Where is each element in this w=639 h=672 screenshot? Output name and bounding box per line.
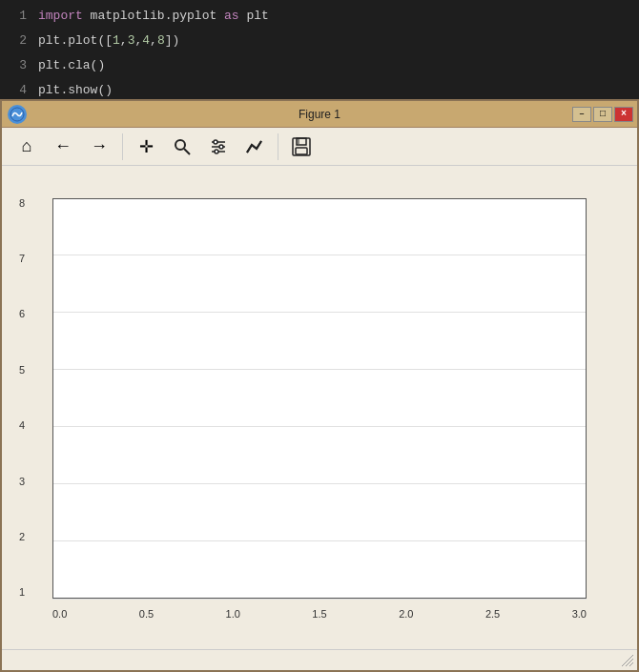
toolbar: ⌂ ← → ✛ (2, 128, 637, 166)
grid-line-5 (52, 369, 587, 370)
y-label-7: 7 (19, 254, 25, 264)
window-title: Figure 1 (299, 108, 340, 121)
pan-button[interactable]: ✛ (129, 132, 163, 162)
grid-line-3 (52, 483, 587, 484)
line-number-1: 1 (0, 4, 38, 29)
line-number-3: 3 (0, 53, 38, 78)
toolbar-separator-2 (278, 133, 278, 160)
code-content-1: import matplotlib.pyplot as plt (38, 4, 269, 29)
plot-container: 8 7 6 5 4 3 2 1 0.0 0.5 1.0 (2, 166, 637, 649)
svg-line-15 (629, 662, 633, 666)
code-content-2: plt.plot([1,3,4,8]) (38, 29, 179, 53)
y-label-5: 5 (19, 365, 25, 376)
grid-line-4 (52, 426, 587, 427)
code-line-4: 4 plt.show() (0, 78, 639, 103)
x-axis-labels: 0.0 0.5 1.0 1.5 2.0 2.5 3.0 (52, 609, 587, 620)
grid-line-8 (52, 198, 587, 199)
y-label-3: 3 (19, 477, 25, 487)
save-icon (291, 136, 312, 157)
figure-logo (8, 105, 27, 124)
home-button[interactable]: ⌂ (10, 132, 44, 162)
plot-border (52, 198, 587, 599)
code-line-2: 2 plt.plot([1,3,4,8]) (0, 29, 639, 53)
zoom-button[interactable] (165, 132, 199, 162)
status-bar (2, 649, 637, 670)
code-content-4: plt.show() (38, 78, 113, 103)
window-controls: – □ × (572, 107, 633, 122)
x-label-1.0: 1.0 (226, 609, 240, 620)
figure-window: Figure 1 – □ × ⌂ ← → ✛ (0, 99, 639, 672)
x-label-3.0: 3.0 (572, 609, 587, 620)
code-line-1: 1 import matplotlib.pyplot as plt (0, 4, 639, 29)
x-label-2.5: 2.5 (485, 609, 500, 620)
svg-line-14 (626, 659, 633, 666)
line-number-4: 4 (0, 78, 38, 103)
svg-point-8 (215, 150, 218, 153)
forward-button[interactable]: → (82, 132, 116, 162)
save-button[interactable] (284, 132, 319, 162)
x-label-0.5: 0.5 (139, 609, 154, 620)
grid-line-7 (52, 255, 587, 255)
resize-handle[interactable] (622, 655, 633, 666)
y-axis-labels: 8 7 6 5 4 3 2 1 (19, 198, 25, 599)
code-line-3: 3 plt.cla() (0, 53, 639, 78)
grid-line-2 (52, 540, 587, 541)
minimize-button[interactable]: – (572, 107, 591, 122)
y-label-8: 8 (19, 198, 25, 209)
x-label-1.5: 1.5 (312, 609, 326, 620)
svg-point-1 (175, 140, 185, 150)
line-number-2: 2 (0, 29, 38, 53)
lines-button[interactable] (237, 132, 272, 162)
chart-lines-icon (245, 137, 264, 156)
plot-area: 8 7 6 5 4 3 2 1 0.0 0.5 1.0 (52, 198, 587, 599)
y-label-1: 1 (19, 587, 25, 598)
configure-button[interactable] (201, 132, 236, 162)
grid-line-6 (52, 312, 587, 313)
y-label-6: 6 (19, 309, 25, 319)
code-editor: 1 import matplotlib.pyplot as plt 2 plt.… (0, 0, 639, 99)
grid-line-1 (52, 599, 587, 600)
maximize-button[interactable]: □ (593, 107, 612, 122)
y-label-4: 4 (19, 420, 25, 431)
x-label-2.0: 2.0 (399, 609, 413, 620)
svg-line-2 (184, 149, 190, 154)
title-bar: Figure 1 – □ × (2, 101, 637, 128)
close-button[interactable]: × (614, 107, 633, 122)
sliders-icon (209, 137, 228, 156)
toolbar-separator-1 (122, 133, 123, 160)
code-content-3: plt.cla() (38, 53, 105, 78)
x-label-0.0: 0.0 (52, 609, 67, 620)
svg-rect-11 (296, 148, 307, 154)
y-label-2: 2 (19, 532, 25, 542)
svg-point-7 (219, 145, 223, 149)
svg-point-6 (214, 140, 217, 144)
zoom-icon (173, 137, 192, 156)
back-button[interactable]: ← (46, 132, 80, 162)
